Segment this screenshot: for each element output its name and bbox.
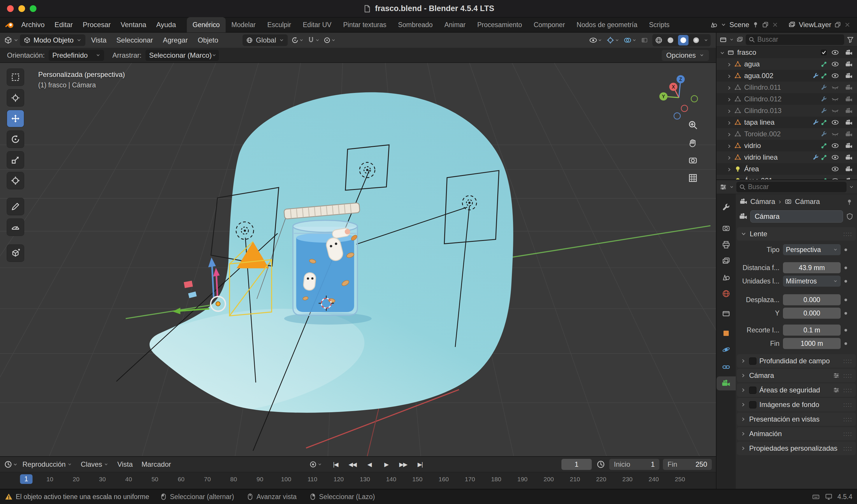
properties-tab-object-data[interactable] (717, 377, 736, 390)
tool-rotate[interactable] (7, 131, 24, 148)
options-dropdown[interactable]: Opciones (662, 50, 709, 61)
editor-type-icon[interactable] (4, 36, 12, 44)
animate-dot[interactable] (844, 312, 847, 315)
panel-checkbox[interactable] (749, 401, 756, 409)
menu-claves[interactable]: Claves (77, 459, 113, 470)
pan-hand-button[interactable] (686, 136, 700, 150)
outliner-row-Cilindro.011[interactable]: Cilindro.011 (717, 82, 857, 93)
outliner-row-Área.001[interactable]: Área.001 (717, 175, 857, 179)
menu-ventana[interactable]: Ventana (116, 19, 151, 30)
workspace-tab-editar-uv[interactable]: Editar UV (297, 17, 337, 32)
properties-tab-constraints[interactable] (717, 360, 736, 374)
next-keyframe-button[interactable]: ▶▶ (396, 460, 411, 469)
properties-search[interactable] (736, 182, 846, 192)
shading-material-icon[interactable] (678, 35, 689, 46)
chevron-down-icon[interactable] (721, 22, 726, 28)
panel-profundidad-de-campo[interactable]: Profundidad de campo:::: (737, 354, 856, 368)
tool-transform[interactable] (7, 172, 24, 189)
breadcrumb-object[interactable]: Cámara (750, 197, 775, 206)
tool-cursor[interactable] (7, 89, 24, 106)
menu-agregar[interactable]: Agregar (158, 35, 192, 46)
tool-select-box[interactable] (7, 69, 24, 86)
outliner-row-frasco[interactable]: frasco (717, 47, 857, 58)
properties-tab-collection[interactable] (717, 307, 736, 320)
animate-dot[interactable] (844, 248, 847, 251)
outliner-row-agua[interactable]: agua (717, 58, 857, 70)
workspace-tab-pintar-texturas[interactable]: Pintar texturas (337, 17, 392, 32)
frame-end-field[interactable]: Fin250 (663, 459, 712, 470)
outliner-row-vidrio linea[interactable]: vidrio linea (717, 152, 857, 163)
outliner-row-agua.002[interactable]: agua.002 (717, 70, 857, 82)
blender-logo-icon[interactable] (5, 20, 15, 30)
filter-funnel-icon[interactable] (846, 36, 854, 44)
xray-toggle[interactable] (641, 36, 648, 44)
breadcrumb-data[interactable]: Cámara (795, 197, 820, 206)
pin-icon[interactable] (752, 21, 759, 28)
workspace-tab-esculpir[interactable]: Esculpir (262, 17, 297, 32)
animate-dot[interactable] (844, 342, 847, 345)
current-frame-field[interactable]: 1 (561, 459, 592, 470)
properties-search-input[interactable] (748, 183, 844, 191)
outliner-search-input[interactable] (757, 36, 841, 44)
gizmos-dropdown[interactable] (606, 36, 619, 44)
play-button[interactable]: ▶ (379, 460, 394, 469)
fake-user-shield-icon[interactable] (846, 213, 854, 220)
menu-marcador[interactable]: Marcador (137, 459, 175, 470)
camera-name-field[interactable]: Cámara (750, 210, 843, 223)
ortho-toggle-button[interactable] (686, 171, 700, 185)
tool-move[interactable] (7, 110, 24, 127)
shift-x-field[interactable]: 0.000 (783, 294, 841, 305)
animate-dot[interactable] (844, 329, 847, 332)
shading-rendered-icon[interactable] (692, 36, 700, 44)
chevron-down-icon[interactable] (729, 37, 734, 42)
browse-scene-icon[interactable] (710, 21, 718, 29)
chevron-down-icon[interactable] (704, 38, 708, 42)
zoom-button[interactable] (686, 118, 700, 132)
menu-vista[interactable]: Vista (87, 35, 111, 46)
panel-checkbox[interactable] (749, 358, 756, 365)
jump-end-button[interactable]: ▶| (413, 460, 427, 469)
copy-scene-icon[interactable] (762, 21, 769, 28)
workspace-tab-componer[interactable]: Componer (528, 17, 571, 32)
panel-propiedades-personalizadas[interactable]: Propiedades personalizadas:::: (737, 442, 856, 455)
workspace-tab-modelar[interactable]: Modelar (225, 17, 262, 32)
minimize-window-button[interactable] (18, 5, 25, 12)
clip-end-field[interactable]: 1000 m (783, 338, 841, 349)
menu-editar[interactable]: Editar (50, 19, 78, 30)
menu-reproduccion[interactable]: Reproducción (18, 459, 76, 470)
outliner-row-vidrio[interactable]: vidrio (717, 140, 857, 152)
properties-tab-render[interactable] (717, 221, 736, 236)
close-viewlayer-icon[interactable] (844, 21, 851, 28)
snap-magnet-toggle[interactable] (307, 36, 320, 44)
properties-tab-view-layer[interactable] (717, 254, 736, 268)
properties-tab-output[interactable] (717, 238, 736, 252)
use-preview-range-icon[interactable] (596, 460, 605, 469)
orientation-preset-dropdown[interactable]: Predefinido (49, 50, 104, 61)
animate-dot[interactable] (844, 280, 847, 283)
panel-áreas-de-seguridad[interactable]: Áreas de seguridad:::: (737, 383, 856, 397)
workspace-tab-genérico[interactable]: Genérico (187, 17, 225, 32)
zoom-window-button[interactable] (30, 5, 36, 12)
frame-start-field[interactable]: Inicio1 (609, 459, 659, 470)
properties-tab-physics[interactable] (717, 343, 736, 357)
menu-archivo[interactable]: Archivo (16, 19, 50, 30)
chevron-down-icon[interactable] (729, 185, 734, 189)
panel-cámara[interactable]: Cámara:::: (737, 369, 856, 382)
camera-view-button[interactable] (686, 154, 700, 167)
chevron-down-icon[interactable] (13, 462, 18, 467)
play-reverse-button[interactable]: ◀ (362, 460, 377, 469)
menu-objeto[interactable]: Objeto (193, 35, 223, 46)
tool-measure[interactable] (7, 219, 24, 236)
menu-procesar[interactable]: Procesar (78, 19, 116, 30)
workspace-tab-procesamiento[interactable]: Procesamiento (471, 17, 527, 32)
drag-mode-dropdown[interactable]: Seleccionar (Marco) (146, 50, 219, 61)
workspace-tab-nodos-de-geometría[interactable]: Nodos de geometría (571, 17, 643, 32)
copy-viewlayer-icon[interactable] (834, 21, 841, 28)
workspace-tab-animar[interactable]: Animar (438, 17, 471, 32)
viewport-canvas[interactable]: Personalizada (perspectiva) (1) frasco |… (0, 63, 716, 456)
current-frame-marker[interactable]: 1 (20, 474, 33, 484)
panel-presentación-en-vistas[interactable]: Presentación en vistas:::: (737, 413, 856, 426)
outliner-search[interactable] (746, 34, 844, 45)
outliner-row-Cilindro.013[interactable]: Cilindro.013 (717, 105, 857, 117)
properties-tab-scene[interactable] (717, 271, 736, 284)
